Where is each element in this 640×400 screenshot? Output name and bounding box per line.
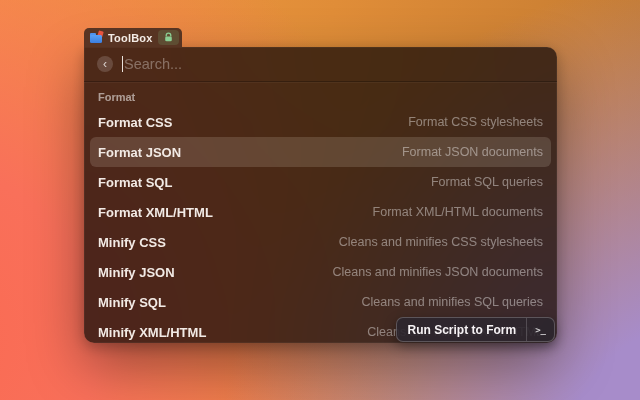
- terminal-prompt-icon: >_: [527, 325, 554, 335]
- command-description: Cleans and minifies SQL queries: [361, 295, 543, 309]
- command-description: Format XML/HTML documents: [373, 205, 543, 219]
- list-item-format-sql[interactable]: Format SQL Format SQL queries: [90, 167, 551, 197]
- command-description: Format CSS stylesheets: [408, 115, 543, 129]
- command-palette-window: ‹ Format Format CSS Format CSS styleshee…: [84, 47, 557, 343]
- command-label: Minify SQL: [98, 295, 166, 310]
- app-title: ToolBox: [108, 32, 153, 44]
- command-list: Format CSS Format CSS stylesheets Format…: [84, 107, 557, 343]
- app-chip-toolbox[interactable]: ToolBox: [84, 28, 182, 47]
- command-label: Format XML/HTML: [98, 205, 213, 220]
- command-label: Minify JSON: [98, 265, 175, 280]
- lock-badge: [158, 30, 179, 45]
- command-label: Format CSS: [98, 115, 172, 130]
- command-label: Format SQL: [98, 175, 172, 190]
- list-item-minify-css[interactable]: Minify CSS Cleans and minifies CSS style…: [90, 227, 551, 257]
- chevron-left-icon: ‹: [103, 58, 107, 70]
- search-input-wrap: [122, 56, 544, 72]
- text-caret: [122, 56, 123, 72]
- command-description: Cleans and minifies JSON documents: [332, 265, 543, 279]
- list-item-minify-json[interactable]: Minify JSON Cleans and minifies JSON doc…: [90, 257, 551, 287]
- command-label: Minify CSS: [98, 235, 166, 250]
- command-description: Format SQL queries: [431, 175, 543, 189]
- search-bar: ‹: [84, 47, 557, 82]
- section-header-format: Format: [98, 91, 543, 103]
- command-description: Cleans and minifies CSS stylesheets: [339, 235, 543, 249]
- list-item-format-xml-html[interactable]: Format XML/HTML Format XML/HTML document…: [90, 197, 551, 227]
- list-item-format-css[interactable]: Format CSS Format CSS stylesheets: [90, 107, 551, 137]
- list-item-format-json[interactable]: Format JSON Format JSON documents: [90, 137, 551, 167]
- toolbox-folder-icon: [90, 32, 103, 43]
- command-description: Format JSON documents: [402, 145, 543, 159]
- command-label: Minify XML/HTML: [98, 325, 206, 340]
- command-label: Format JSON: [98, 145, 181, 160]
- run-script-button[interactable]: Run Script to Form >_: [396, 317, 555, 342]
- lock-icon: [163, 32, 174, 43]
- list-item-minify-sql[interactable]: Minify SQL Cleans and minifies SQL queri…: [90, 287, 551, 317]
- run-script-label: Run Script to Form: [397, 323, 526, 337]
- back-button[interactable]: ‹: [97, 56, 113, 72]
- search-input[interactable]: [124, 56, 544, 72]
